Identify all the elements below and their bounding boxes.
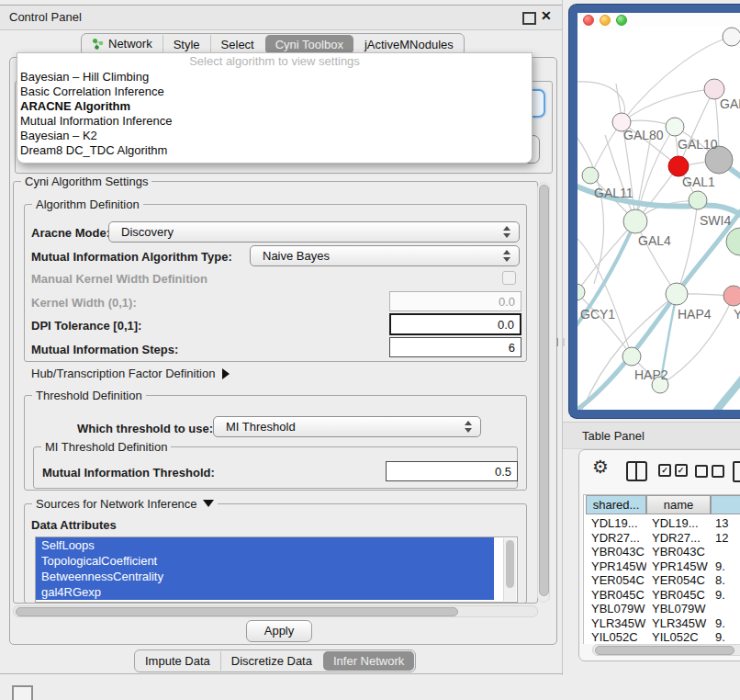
hub-factor-label: Hub/Transcription Factor Definition <box>31 367 215 380</box>
mi-algorithm-type-select[interactable]: Naive Bayes <box>250 245 520 266</box>
list-scrollbar[interactable] <box>503 538 516 601</box>
data-attributes-list: SelfLoops TopologicalCoefficient Between… <box>35 536 518 603</box>
tab-discretize-data-label: Discretize Data <box>231 654 312 668</box>
algorithm-option[interactable]: Dream8 DC_TDC Algorithm <box>17 143 532 158</box>
close-icon[interactable]: ✕ <box>541 8 552 23</box>
node-large-green[interactable] <box>726 228 740 255</box>
kernel-width-input[interactable] <box>389 291 521 311</box>
node-swi4[interactable] <box>689 191 707 209</box>
data-attributes-label: Data Attributes <box>31 518 117 532</box>
tab-cyni-toolbox[interactable]: Cyni Toolbox <box>265 35 353 54</box>
mi-algorithm-type-label: Mutual Information Algorithm Type: <box>31 250 232 264</box>
which-threshold-select[interactable]: MI Threshold <box>213 416 481 437</box>
aracne-mode-select[interactable]: Discovery <box>108 221 520 243</box>
sources-group-title-label: Sources for Network Inference <box>36 497 197 511</box>
hub-factor-section-toggle[interactable]: Hub/Transcription Factor Definition <box>31 367 230 380</box>
algorithm-option[interactable]: Bayesian – K2 <box>17 129 532 143</box>
network-window-titlebar[interactable] <box>577 13 740 27</box>
table-panel-title: Table Panel <box>582 429 645 443</box>
minimized-panel-icon[interactable] <box>12 685 33 700</box>
algorithm-option[interactable]: Mutual Information Inference <box>17 114 532 129</box>
mi-threshold-input[interactable] <box>386 461 518 481</box>
table-row[interactable]: YDR27...YDR27...12 <box>584 531 740 546</box>
node-label: HAP2 <box>634 367 668 382</box>
table-row[interactable]: YDL19...YDL19...13 <box>584 516 740 531</box>
algorithm-option[interactable]: Basic Correlation Inference <box>17 85 532 99</box>
node-table: shared... name YDL19...YDL19...13 YDR27.… <box>583 494 740 644</box>
node-gal11[interactable] <box>582 167 599 184</box>
cell-value: 12 <box>715 531 740 545</box>
document-icon[interactable] <box>733 461 740 482</box>
settings-horizontal-scrollbar[interactable] <box>13 605 538 617</box>
table-settings-gear-icon[interactable]: ⚙ <box>592 456 609 478</box>
cell-name: YDL19... <box>652 516 709 530</box>
spinner-arrows-icon <box>465 421 472 433</box>
node-gal4[interactable] <box>623 209 647 233</box>
list-item[interactable]: TopologicalCoefficient <box>36 553 494 569</box>
table-horizontal-scrollbar[interactable] <box>592 644 740 656</box>
list-scrollbar-thumb[interactable] <box>506 540 514 588</box>
column-header-shared[interactable]: shared... <box>586 495 646 514</box>
cell-shared-name: YBR045C <box>591 588 646 602</box>
aracne-mode-value: Discovery <box>121 225 174 239</box>
mi-steps-input[interactable] <box>389 337 521 357</box>
column-header-name[interactable]: name <box>646 495 711 514</box>
node-gal1-red[interactable] <box>668 156 689 176</box>
table-row[interactable]: YLR345WYLR345W9. <box>584 616 740 631</box>
column-layout-icon[interactable] <box>626 461 647 481</box>
tab-style[interactable]: Style <box>163 35 210 54</box>
table-hscroll-thumb[interactable] <box>595 646 734 655</box>
deselect-all-checkboxes-icon[interactable] <box>695 465 724 479</box>
node-hap4[interactable] <box>666 283 688 305</box>
list-item[interactable]: BetweennessCentrality <box>36 569 494 584</box>
minimize-traffic-light-icon[interactable] <box>600 15 611 26</box>
spinner-arrows-icon <box>503 250 510 262</box>
tab-jactivemnodules[interactable]: jActiveMNodules <box>354 35 464 54</box>
dpi-tolerance-input[interactable] <box>389 313 521 335</box>
cell-shared-name: YLR345W <box>591 616 646 630</box>
algorithm-option[interactable]: Bayesian – Hill Climbing <box>17 70 532 85</box>
node-gcy1[interactable] <box>577 284 585 300</box>
manual-kernel-width-checkbox[interactable] <box>502 271 516 285</box>
network-icon <box>92 38 104 52</box>
settings-vscroll-thumb[interactable] <box>539 185 549 596</box>
splitter-handle[interactable] <box>556 338 565 346</box>
close-traffic-light-icon[interactable] <box>583 15 594 26</box>
cell-shared-name: YIL052C <box>591 630 646 644</box>
cell-name: YPR145W <box>652 559 709 573</box>
apply-button[interactable]: Apply <box>246 620 312 642</box>
column-header-cut[interactable] <box>711 495 740 514</box>
node-label: GCY1 <box>580 307 615 322</box>
algorithm-option-highlighted[interactable]: ARACNE Algorithm <box>17 99 532 114</box>
cell-name: YBR043C <box>652 545 709 559</box>
network-canvas[interactable]: GAL GAL80 GAL10 GAL1 GAL11 SWI4 GAL4 GCY… <box>577 27 740 410</box>
sources-group-title[interactable]: Sources for Network Inference <box>32 497 218 511</box>
node-salmon[interactable] <box>723 286 740 306</box>
cell-value: 13 <box>715 516 740 530</box>
list-item[interactable]: gal4RGexp <box>36 584 494 600</box>
tab-infer-network-label: Infer Network <box>333 654 404 668</box>
network-view-window[interactable]: GAL GAL80 GAL10 GAL1 GAL11 SWI4 GAL4 GCY… <box>569 5 740 418</box>
float-panel-icon[interactable] <box>522 12 536 25</box>
table-row[interactable]: YBR045CYBR045C9. <box>584 588 740 603</box>
settings-vertical-scrollbar[interactable] <box>537 182 550 603</box>
node-gal10[interactable] <box>666 118 684 136</box>
table-row[interactable]: YBL079WYBL079W <box>584 602 740 616</box>
node-unlabeled[interactable] <box>723 28 740 46</box>
table-row[interactable]: YER054CYER054C8. <box>584 573 740 588</box>
settings-hscroll-thumb[interactable] <box>16 607 458 616</box>
tab-impute-data[interactable]: Impute Data <box>135 651 220 671</box>
node-hap2[interactable] <box>622 347 641 366</box>
network-node-labels: GAL GAL80 GAL10 GAL1 GAL11 SWI4 GAL4 GCY… <box>580 96 740 382</box>
cell-shared-name: YBR043C <box>591 545 646 559</box>
cell-name: YIL052C <box>652 630 709 644</box>
zoom-traffic-light-icon[interactable] <box>616 15 627 26</box>
tab-infer-network[interactable]: Infer Network <box>323 651 414 671</box>
list-item[interactable]: SelfLoops <box>36 537 494 553</box>
tab-select[interactable]: Select <box>210 35 264 54</box>
table-row[interactable]: YPR145WYPR145W9. <box>584 559 740 574</box>
table-row[interactable]: YIL052CYIL052C9. <box>584 630 740 645</box>
table-row[interactable]: YBR043CYBR043C <box>584 545 740 559</box>
tab-discretize-data[interactable]: Discretize Data <box>220 651 322 671</box>
select-all-checkboxes-icon[interactable]: ✓ ✓ <box>658 464 688 478</box>
